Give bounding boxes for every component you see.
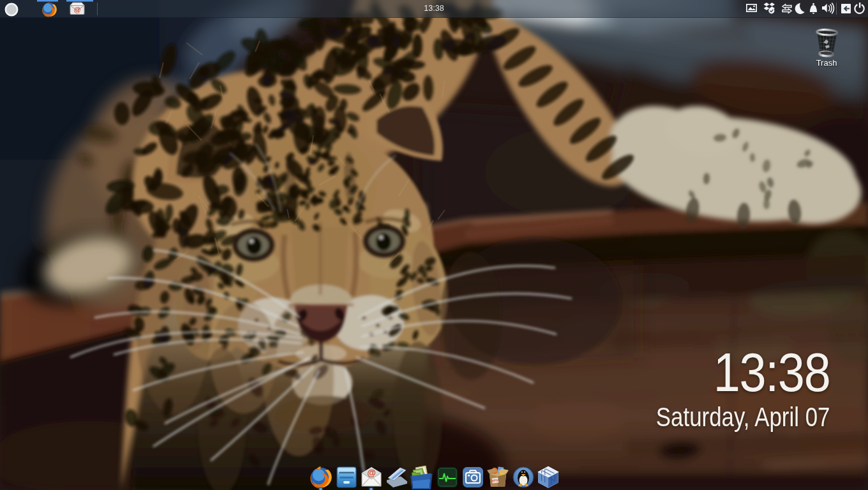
svg-text:@: @ (367, 468, 376, 478)
